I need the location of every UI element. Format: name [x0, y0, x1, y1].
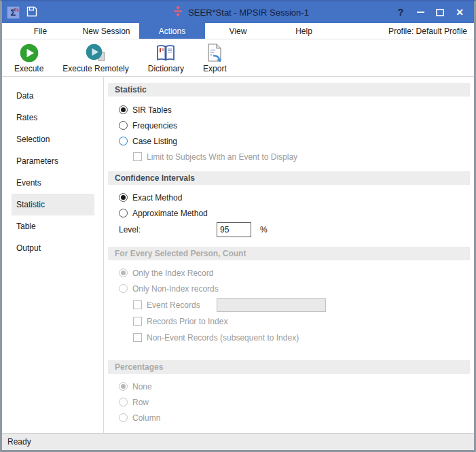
menu-bar: File New Session Actions View Help Profi…: [2, 23, 474, 39]
profile-label: Profile: Default Profile: [388, 23, 467, 39]
sidebar-item-output[interactable]: Output: [12, 237, 94, 259]
session-divide-icon: [172, 5, 183, 19]
checkbox-row-event-records: Event Records: [104, 296, 474, 313]
radio-only-index-record: [119, 268, 128, 277]
logo-percent-glyph: %: [14, 7, 19, 13]
radio-label: Row: [132, 398, 149, 407]
sidebar-item-statistic[interactable]: Statistic: [12, 194, 94, 215]
checkbox-row-non-event-records: Non-Event Records (subsequent to Index): [104, 329, 474, 346]
export-document-arrow-icon: [205, 42, 224, 63]
export-button[interactable]: Export: [199, 42, 231, 73]
radio-sir-tables[interactable]: [119, 105, 128, 114]
toolbar: Execute Execute Remotely: [2, 39, 474, 77]
dictionary-label: Dictionary: [148, 64, 184, 73]
percent-unit-label: %: [260, 225, 268, 234]
checkbox-row-limit-subjects: Limit to Subjects With an Event to Displ…: [104, 149, 474, 164]
status-text: Ready: [7, 437, 31, 447]
radio-column: [119, 413, 128, 422]
radio-case-listing[interactable]: [119, 137, 128, 145]
checkbox-label: Limit to Subjects With an Event to Displ…: [147, 152, 297, 162]
checkbox-label: Records Prior to Index: [147, 317, 227, 326]
radio-label: Only the Index Record: [132, 268, 213, 278]
menu-actions[interactable]: Actions: [139, 23, 205, 39]
checkbox-event-records: [133, 300, 142, 309]
seerstat-window: Σ % SEER*Stat - MPSIR Session-1 ?: [0, 0, 476, 452]
radio-row-frequencies[interactable]: Frequencies: [104, 118, 474, 133]
radio-label: Approximate Method: [132, 209, 208, 218]
execute-button[interactable]: Execute: [10, 42, 48, 73]
maximize-button[interactable]: [433, 5, 447, 20]
close-button[interactable]: ✕: [452, 5, 467, 20]
radio-row: [119, 398, 128, 406]
radio-row-case-listing[interactable]: Case Listing: [104, 133, 474, 149]
radio-row-row: Row: [104, 394, 474, 410]
menu-file[interactable]: File: [7, 23, 73, 39]
radio-label: None: [132, 382, 152, 392]
window-title: SEER*Stat - MPSIR Session-1: [188, 7, 309, 18]
execute-remotely-label: Execute Remotely: [62, 64, 128, 73]
title-bar: Σ % SEER*Stat - MPSIR Session-1 ?: [2, 1, 474, 23]
event-records-input: [217, 298, 326, 312]
radio-label: Only Non-Index records: [132, 284, 219, 294]
execute-label: Execute: [14, 64, 43, 73]
radio-row-none: None: [104, 379, 474, 394]
section-header-percentages: Percentages: [108, 360, 470, 374]
section-header-person-count: For Every Selected Person, Count: [108, 247, 470, 260]
dictionary-open-book-icon: [155, 42, 176, 63]
dictionary-button[interactable]: Dictionary: [144, 42, 188, 73]
minimize-button[interactable]: [413, 5, 428, 20]
radio-row-sir-tables[interactable]: SIR Tables: [104, 102, 474, 118]
menu-new-session[interactable]: New Session: [73, 23, 139, 39]
radio-frequencies[interactable]: [119, 121, 128, 130]
radio-approximate-method[interactable]: [119, 209, 128, 218]
sidebar-item-table[interactable]: Table: [12, 215, 94, 237]
execute-remotely-play-teal-icon: [85, 42, 107, 63]
help-button[interactable]: ?: [393, 5, 408, 20]
sidebar-item-data[interactable]: Data: [12, 85, 94, 107]
menu-view[interactable]: View: [205, 23, 271, 39]
radio-label: Exact Method: [132, 193, 182, 203]
radio-row-exact-method[interactable]: Exact Method: [104, 190, 474, 205]
checkbox-limit-subjects: [133, 152, 142, 161]
radio-label: Case Listing: [132, 137, 177, 146]
radio-label: Column: [132, 413, 160, 423]
menu-help[interactable]: Help: [271, 23, 337, 39]
level-label: Level:: [119, 225, 217, 234]
execute-remotely-button[interactable]: Execute Remotely: [58, 42, 132, 73]
export-label: Export: [203, 64, 227, 73]
sidebar-item-parameters[interactable]: Parameters: [12, 150, 94, 172]
radio-exact-method[interactable]: [119, 193, 128, 202]
checkbox-label: Event Records: [147, 300, 217, 310]
statistic-panel: Statistic SIR Tables Frequencies Case Li…: [104, 77, 474, 433]
section-header-statistic: Statistic: [108, 83, 470, 97]
execute-play-green-icon: [19, 42, 39, 63]
status-bar: Ready: [2, 433, 474, 450]
radio-only-non-index-records: [119, 284, 128, 293]
checkbox-row-records-prior: Records Prior to Index: [104, 313, 474, 329]
level-row: Level: %: [104, 221, 474, 238]
radio-label: Frequencies: [132, 121, 177, 131]
sidebar: Data Rates Selection Parameters Events S…: [2, 77, 104, 433]
radio-row-only-non-index-records: Only Non-Index records: [104, 281, 474, 296]
checkbox-label: Non-Event Records (subsequent to Index): [147, 333, 299, 343]
section-header-confidence-intervals: Confidence Intervals: [108, 171, 470, 185]
radio-row-approximate-method[interactable]: Approximate Method: [104, 205, 474, 221]
level-input[interactable]: [217, 222, 251, 237]
checkbox-records-prior: [133, 317, 142, 326]
sidebar-item-rates[interactable]: Rates: [12, 107, 94, 128]
sidebar-item-selection[interactable]: Selection: [12, 128, 94, 150]
radio-none: [119, 382, 128, 391]
radio-row-column: Column: [104, 410, 474, 425]
save-icon[interactable]: [26, 5, 38, 20]
sidebar-item-events[interactable]: Events: [12, 172, 94, 194]
seerstat-logo-icon: Σ %: [7, 6, 20, 19]
radio-label: SIR Tables: [132, 105, 172, 115]
checkbox-non-event-records: [133, 333, 142, 342]
radio-row-only-index-record: Only the Index Record: [104, 265, 474, 281]
